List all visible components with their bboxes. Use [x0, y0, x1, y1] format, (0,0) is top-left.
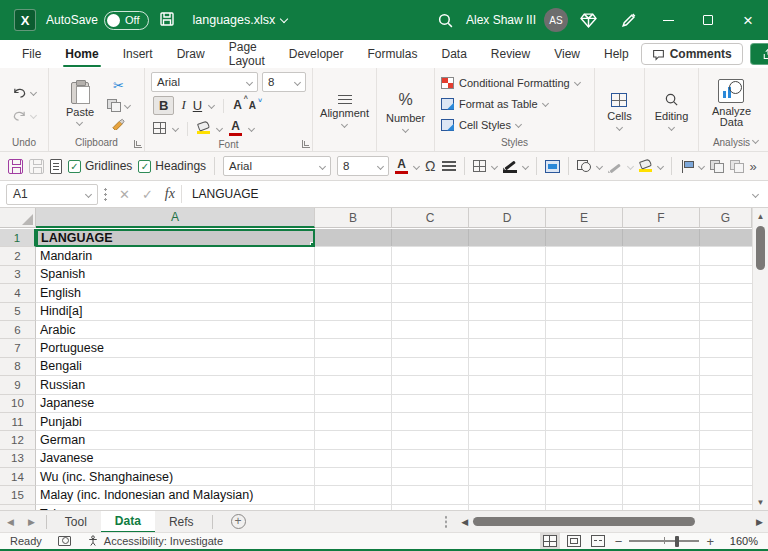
tab-developer[interactable]: Developer — [277, 40, 356, 68]
redo-button[interactable] — [9, 107, 39, 124]
autosave-pill[interactable]: Off — [104, 11, 148, 30]
document-title[interactable]: languages.xlsx — [193, 13, 288, 27]
toolbar-overflow-button[interactable]: » — [750, 159, 757, 174]
number-button[interactable]: % Number — [378, 89, 433, 134]
font-color-button-qat[interactable]: A — [395, 158, 408, 174]
borders-icon-qat[interactable] — [473, 160, 486, 172]
borders-icon[interactable] — [153, 122, 166, 134]
row-header-7[interactable]: 7 — [0, 339, 36, 357]
font-dialog-launcher[interactable] — [302, 140, 310, 148]
print-preview-icon[interactable] — [50, 159, 62, 174]
page-layout-view-button[interactable] — [567, 535, 581, 547]
conditional-formatting-button[interactable]: Conditional Formatting — [437, 73, 584, 93]
font-size-select[interactable]: 8 — [262, 72, 306, 92]
cell-a5[interactable]: Hindi[a] — [36, 303, 315, 321]
cell-a15[interactable]: Malay (inc. Indonesian and Malaysian) — [36, 486, 315, 504]
row-10-cells[interactable] — [315, 395, 752, 413]
vertical-scrollbar[interactable]: ▲ ▼ — [752, 208, 768, 510]
pivot-icon[interactable] — [680, 160, 693, 173]
column-header-b[interactable]: B — [315, 208, 392, 228]
grow-font-button[interactable]: A^ — [233, 98, 242, 112]
name-box[interactable]: A1 — [6, 184, 98, 205]
zoom-slider-thumb[interactable] — [675, 536, 679, 547]
column-header-g[interactable]: G — [700, 208, 752, 228]
ink-pen-icon[interactable] — [608, 0, 648, 40]
row-15-cells[interactable] — [315, 486, 752, 504]
cell-a14[interactable]: Wu (inc. Shanghainese) — [36, 468, 315, 486]
user-avatar[interactable]: AS — [544, 8, 568, 32]
column-header-e[interactable]: E — [546, 208, 623, 228]
zoom-level[interactable]: 160% — [724, 535, 758, 547]
cell-a12[interactable]: German — [36, 431, 315, 449]
formula-bar-value[interactable]: LANGUAGE — [182, 187, 753, 201]
spreadsheet-grid[interactable]: A B C D E F G 1 LANGUAGE 2 Mandarin 3 Sp… — [0, 208, 752, 510]
new-sheet-button[interactable]: + — [231, 514, 246, 529]
sheet-tab-data[interactable]: Data — [101, 511, 155, 533]
maximize-button[interactable] — [688, 0, 728, 40]
close-button[interactable]: × — [728, 0, 768, 40]
cell-a13[interactable]: Javanese — [36, 450, 315, 468]
save-icon-qat[interactable] — [8, 159, 23, 174]
sheet-nav-right-icon[interactable]: ▶ — [21, 517, 42, 527]
row-3-cells[interactable] — [315, 266, 752, 284]
row-header-9[interactable]: 9 — [0, 376, 36, 394]
column-header-c[interactable]: C — [392, 208, 469, 228]
merge-center-icon[interactable] — [545, 160, 560, 173]
row-8-cells[interactable] — [315, 358, 752, 376]
scroll-left-icon[interactable]: ◀ — [456, 517, 473, 527]
user-name[interactable]: Alex Shaw III — [466, 13, 536, 27]
row-14-cells[interactable] — [315, 468, 752, 486]
cut-button[interactable]: ✂ — [113, 78, 124, 93]
row-header-6[interactable]: 6 — [0, 321, 36, 339]
tab-review[interactable]: Review — [479, 40, 542, 68]
undo-button[interactable] — [9, 84, 39, 101]
cell-a3[interactable]: Spanish — [36, 266, 315, 284]
font-name-select-qat[interactable]: Arial — [223, 156, 331, 176]
row-1-cells[interactable] — [315, 229, 752, 247]
format-painter-icon[interactable] — [111, 118, 126, 130]
cell-a4[interactable]: English — [36, 284, 315, 302]
font-name-select[interactable]: Arial — [151, 72, 258, 92]
row-header-11[interactable]: 11 — [0, 413, 36, 431]
insert-function-button[interactable]: fx — [159, 186, 181, 202]
row-header-13[interactable]: 13 — [0, 450, 36, 468]
font-size-select-qat[interactable]: 8 — [337, 156, 389, 176]
row-header-3[interactable]: 3 — [0, 266, 36, 284]
row-13-cells[interactable] — [315, 450, 752, 468]
accessibility-status[interactable]: Accessibility: Investigate — [87, 535, 223, 547]
cell-a6[interactable]: Arabic — [36, 321, 315, 339]
row-header-15[interactable]: 15 — [0, 486, 36, 504]
clipboard-dialog-launcher[interactable] — [134, 140, 142, 148]
expand-formula-bar-icon[interactable] — [752, 190, 759, 197]
row-5-cells[interactable] — [315, 303, 752, 321]
tab-formulas[interactable]: Formulas — [355, 40, 429, 68]
copy-button[interactable] — [104, 97, 133, 114]
font-color-button[interactable]: A — [229, 120, 242, 136]
zoom-out-button[interactable]: − — [615, 534, 623, 549]
autosave-toggle[interactable]: AutoSave Off — [46, 11, 149, 30]
headings-checkbox[interactable]: ✓ Headings — [138, 159, 206, 173]
vertical-scroll-thumb[interactable] — [756, 226, 765, 270]
tab-draw[interactable]: Draw — [165, 40, 217, 68]
row-6-cells[interactable] — [315, 321, 752, 339]
sheet-tab-tool[interactable]: Tool — [51, 511, 101, 533]
select-all-corner[interactable] — [0, 208, 36, 228]
column-header-d[interactable]: D — [469, 208, 546, 228]
tab-insert[interactable]: Insert — [111, 40, 165, 68]
normal-view-button[interactable] — [543, 535, 557, 547]
sheet-nav-left-icon[interactable]: ◀ — [0, 517, 21, 527]
paste-button[interactable]: Paste — [60, 80, 100, 127]
draw-border-icon[interactable] — [503, 159, 517, 173]
shapes-icon[interactable] — [577, 160, 591, 172]
fill-color-icon-qat[interactable] — [639, 160, 652, 172]
column-header-f[interactable]: F — [623, 208, 700, 228]
row-header-12[interactable]: 12 — [0, 431, 36, 449]
row-9-cells[interactable] — [315, 376, 752, 394]
row-header-2[interactable]: 2 — [0, 247, 36, 265]
cell-a8[interactable]: Bengali — [36, 358, 315, 376]
row-header-5[interactable]: 5 — [0, 303, 36, 321]
edit-shape-icon[interactable] — [608, 159, 622, 173]
row-header-14[interactable]: 14 — [0, 468, 36, 486]
analyze-data-button[interactable]: Analyze Data — [704, 77, 759, 130]
sheet-tab-refs[interactable]: Refs — [155, 511, 208, 533]
